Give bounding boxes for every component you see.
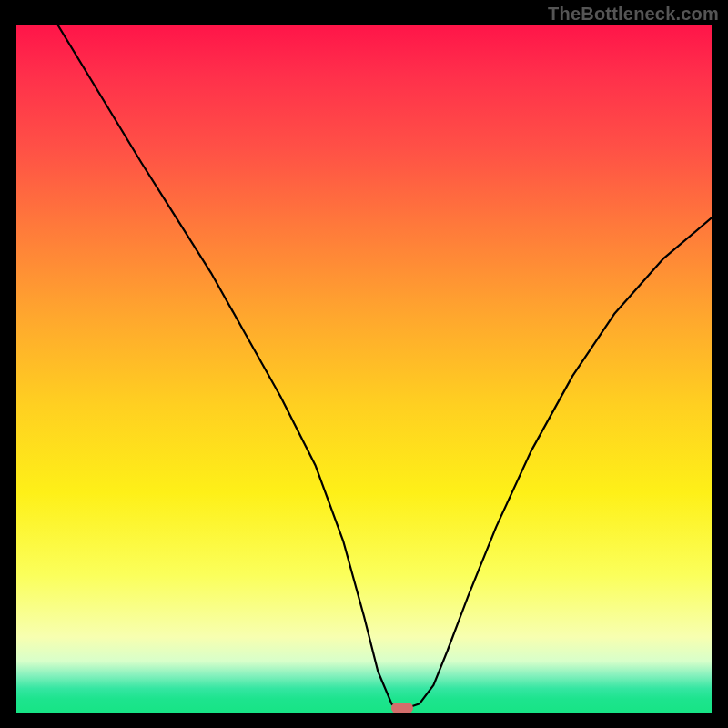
curve-svg [16,25,712,713]
watermark-text: TheBottleneck.com [548,4,719,25]
plot-area [16,25,712,713]
optimum-marker [391,703,413,713]
bottleneck-curve [58,25,712,709]
chart-stage: TheBottleneck.com [0,0,728,728]
